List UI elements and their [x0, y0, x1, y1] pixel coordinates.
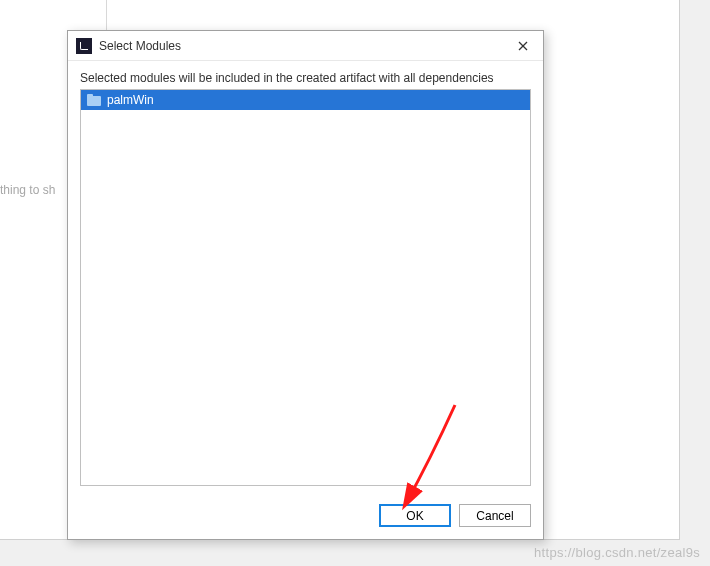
- dialog-title: Select Modules: [99, 39, 509, 53]
- cancel-button[interactable]: Cancel: [459, 504, 531, 527]
- background-placeholder-text: thing to sh: [0, 183, 55, 197]
- dialog-body: Selected modules will be included in the…: [68, 61, 543, 494]
- list-item[interactable]: palmWin: [81, 90, 530, 110]
- dialog-titlebar[interactable]: Select Modules: [68, 31, 543, 61]
- dialog-description: Selected modules will be included in the…: [80, 71, 531, 85]
- close-button[interactable]: [509, 35, 537, 57]
- dialog-button-row: OK Cancel: [68, 494, 543, 539]
- watermark: https://blog.csdn.net/zeal9s: [534, 545, 700, 560]
- module-list[interactable]: palmWin: [80, 89, 531, 486]
- module-folder-icon: [87, 94, 101, 106]
- select-modules-dialog: Select Modules Selected modules will be …: [67, 30, 544, 540]
- module-label: palmWin: [107, 93, 154, 107]
- app-icon: [76, 38, 92, 54]
- close-icon: [518, 41, 528, 51]
- ok-button[interactable]: OK: [379, 504, 451, 527]
